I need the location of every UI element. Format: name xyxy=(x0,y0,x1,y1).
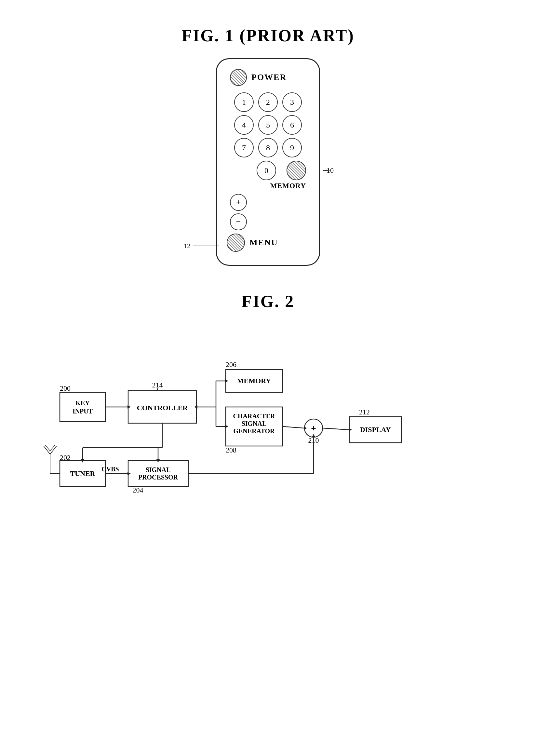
signal-processor-label2: PROCESSOR xyxy=(138,474,178,481)
plus-minus-section: + − xyxy=(227,194,309,230)
plus-node-symbol: + xyxy=(311,423,316,433)
controller-label: CONTROLLER xyxy=(137,404,188,412)
memory-button[interactable] xyxy=(286,161,306,180)
button-3[interactable]: 3 xyxy=(282,92,302,112)
numpad: 1 2 3 4 5 6 7 8 9 xyxy=(227,92,309,157)
power-button[interactable] xyxy=(230,69,247,86)
diagram-svg: KEY INPUT 200 CONTROLLER 214 MEMORY 206 … xyxy=(40,330,496,565)
key-input-block xyxy=(60,392,105,422)
key-input-label2: INPUT xyxy=(73,408,93,415)
button-8[interactable]: 8 xyxy=(258,138,278,157)
char-sig-gen-label1: CHARACTER xyxy=(233,412,275,420)
controller-ref: 214 xyxy=(152,381,163,389)
ref-12-container: 12 xyxy=(184,242,219,250)
button-1[interactable]: 1 xyxy=(234,92,254,112)
button-7[interactable]: 7 xyxy=(234,138,254,157)
plus-button[interactable]: + xyxy=(230,194,247,211)
key-input-ref: 200 xyxy=(60,384,71,392)
memory-block-label: MEMORY xyxy=(237,377,271,385)
fig1-title: FIG. 1 (PRIOR ART) xyxy=(26,26,510,45)
button-5[interactable]: 5 xyxy=(258,115,278,135)
signal-processor-label1: SIGNAL xyxy=(146,466,171,473)
menu-label: MENU xyxy=(250,238,278,248)
menu-button[interactable] xyxy=(227,233,245,252)
key-input-label: KEY xyxy=(76,399,90,407)
memory-label: MEMORY xyxy=(227,182,306,190)
block-diagram: KEY INPUT 200 CONTROLLER 214 MEMORY 206 … xyxy=(40,330,496,565)
memory-ref: 206 xyxy=(226,361,236,368)
power-row: POWER xyxy=(227,69,309,86)
power-label: POWER xyxy=(251,73,286,82)
numpad-row-1: 1 2 3 xyxy=(234,92,302,112)
numpad-row-2: 4 5 6 xyxy=(234,115,302,135)
char-sig-gen-ref: 208 xyxy=(226,446,236,454)
svg-line-8 xyxy=(50,445,55,451)
fig2-title: FIG. 2 xyxy=(26,292,510,311)
cvbs-label: CVBS xyxy=(101,465,119,473)
numpad-row-3: 7 8 9 xyxy=(234,138,302,157)
char-sig-gen-label2: SIGNAL xyxy=(242,420,267,427)
button-9[interactable]: 9 xyxy=(282,138,302,157)
ref-12: 12 xyxy=(184,242,190,250)
button-0[interactable]: 0 xyxy=(257,161,276,180)
svg-line-15 xyxy=(283,427,304,428)
button-2[interactable]: 2 xyxy=(258,92,278,112)
svg-line-7 xyxy=(45,445,50,451)
svg-line-16 xyxy=(323,428,349,430)
tuner-label: TUNER xyxy=(70,469,95,478)
remote-container: POWER 1 2 3 4 5 6 7 8 xyxy=(26,58,510,266)
minus-button[interactable]: − xyxy=(230,213,247,230)
char-sig-gen-label3: GENERATOR xyxy=(233,428,275,434)
display-label: DISPLAY xyxy=(360,426,391,433)
remote-control: POWER 1 2 3 4 5 6 7 8 xyxy=(216,58,320,266)
menu-row: MENU xyxy=(227,233,309,252)
page: FIG. 1 (PRIOR ART) POWER 1 2 3 4 xyxy=(0,0,536,756)
display-ref: 212 xyxy=(359,408,370,416)
signal-processor-ref: 204 xyxy=(133,486,144,494)
button-6[interactable]: 6 xyxy=(282,115,302,135)
tuner-ref: 202 xyxy=(60,454,71,462)
button-4[interactable]: 4 xyxy=(234,115,254,135)
